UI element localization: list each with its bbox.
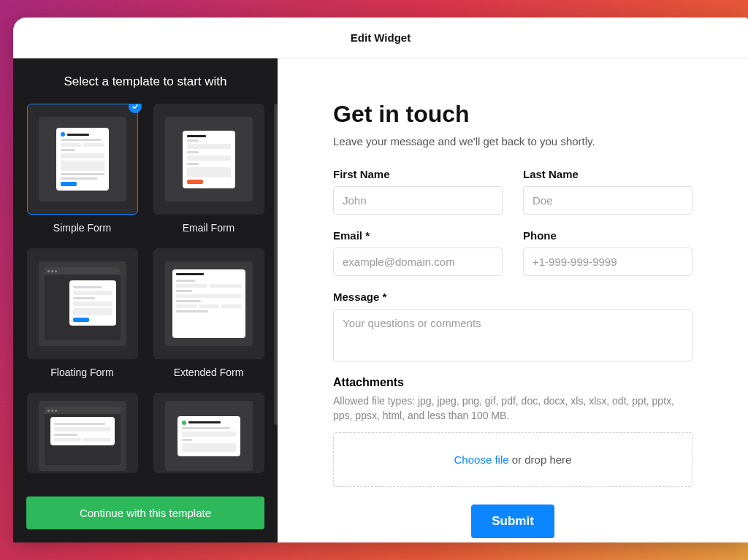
template-label: Extended Form — [174, 367, 244, 378]
attachments-dropzone[interactable]: Choose file or drop here — [333, 432, 692, 487]
input-phone[interactable] — [523, 248, 692, 276]
template-thumb — [153, 393, 264, 473]
submit-button[interactable]: Submit — [471, 505, 554, 538]
template-extended-form[interactable]: Extended Form — [153, 248, 264, 378]
label-last-name: Last Name — [523, 168, 692, 180]
field-last-name: Last Name — [523, 168, 692, 215]
field-first-name: First Name — [333, 168, 503, 215]
scrollbar-thumb[interactable] — [274, 104, 278, 425]
label-phone: Phone — [523, 229, 692, 242]
page-title: Edit Widget — [351, 31, 411, 44]
field-email: Email * — [333, 229, 503, 276]
form-title: Get in touch — [333, 101, 692, 128]
template-label: Email Form — [183, 222, 235, 234]
template-thumb — [27, 248, 138, 359]
input-last-name[interactable] — [523, 186, 692, 215]
template-label: Simple Form — [53, 222, 111, 234]
template-label: Floating Form — [50, 367, 113, 378]
input-message[interactable] — [333, 309, 692, 361]
input-email[interactable] — [333, 248, 503, 276]
label-first-name: First Name — [333, 168, 503, 180]
template-simple-form[interactable]: Simple Form — [26, 104, 138, 234]
template-thumb — [27, 393, 138, 473]
field-message: Message * — [333, 291, 692, 361]
template-thumb — [153, 248, 264, 359]
template-sidebar: Select a template to start with — [13, 58, 278, 542]
templates-scroll: Simple Form — [13, 104, 278, 486]
modal-body: Select a template to start with — [13, 58, 748, 542]
template-card[interactable] — [26, 393, 138, 473]
attachments-help: Allowed file types: jpg, jpeg, png, gif,… — [333, 394, 692, 423]
choose-file-link[interactable]: Choose file — [454, 453, 509, 466]
continue-button[interactable]: Continue with this template — [26, 496, 264, 529]
edit-widget-modal: Edit Widget Select a template to start w… — [13, 18, 748, 542]
label-message: Message * — [333, 291, 692, 303]
template-grid: Simple Form — [26, 104, 264, 473]
input-first-name[interactable] — [333, 186, 503, 215]
template-thumb — [27, 104, 138, 215]
form-preview: Get in touch Leave your message and we'l… — [278, 58, 748, 542]
form-subtitle: Leave your message and we'll get back to… — [333, 135, 692, 147]
template-email-form[interactable]: Email Form — [153, 104, 264, 234]
field-phone: Phone — [523, 229, 692, 276]
template-floating-form[interactable]: Floating Form — [26, 248, 138, 378]
continue-bar: Continue with this template — [13, 486, 278, 542]
sidebar-title: Select a template to start with — [13, 58, 278, 104]
selected-check-icon — [129, 104, 142, 113]
dropzone-text: or drop here — [509, 453, 572, 466]
template-card[interactable] — [153, 393, 264, 473]
attachments-label: Attachments — [333, 376, 692, 389]
label-email: Email * — [333, 229, 503, 242]
modal-header: Edit Widget — [13, 18, 748, 58]
template-thumb — [153, 104, 264, 215]
